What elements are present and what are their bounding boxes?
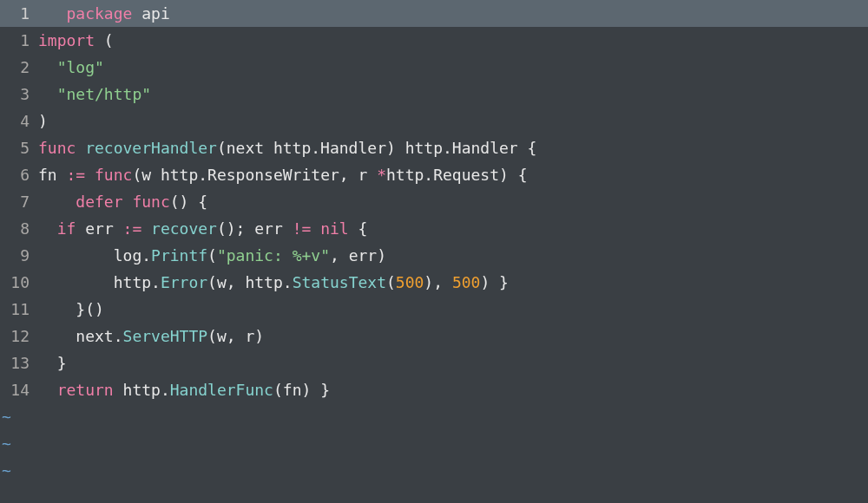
token-str: "panic: %+v" [217,246,330,265]
tilde-icon: ~ [0,403,11,430]
line-number: 6 [0,161,38,188]
token-id: ( [207,246,217,265]
line-number: 13 [0,349,38,376]
token-id: } [57,354,67,372]
token-kw: defer [76,193,132,211]
token-id: { [349,219,368,238]
code-content[interactable]: log.Printf("panic: %+v", err) [38,242,386,269]
token-kw: func [38,139,85,157]
line-number: 2 [0,54,38,81]
token-str: "net/http" [57,85,151,103]
code-content[interactable]: }() [38,296,104,323]
token-id: ( [104,31,114,49]
line-number: 1 [0,0,38,27]
token-id: (next http.Handler) http.Handler { [217,139,536,157]
code-content[interactable]: "net/http" [38,81,151,108]
token-kw: * [377,166,386,184]
token-id: next. [76,327,122,345]
code-content[interactable]: func recoverHandler(next http.Handler) h… [38,134,536,161]
token-num: 500 [452,273,481,291]
code-line[interactable]: 2 "log" [0,54,868,81]
token-kw: package [67,4,142,23]
token-id: ) [38,112,48,130]
code-content[interactable]: fn := func(w http.ResponseWriter, r *htt… [38,161,528,188]
line-number: 10 [0,269,38,296]
token-id: api [141,4,170,23]
empty-line: ~ [0,403,868,430]
code-content[interactable]: } [38,349,67,376]
code-line[interactable]: 7 defer func() { [0,188,868,215]
code-editor[interactable]: 1 package api1import (2 "log"3 "net/http… [0,0,868,484]
code-line[interactable]: 6fn := func(w http.ResponseWriter, r *ht… [0,161,868,188]
token-id: (w, r) [207,327,264,345]
code-line[interactable]: 14 return http.HandlerFunc(fn) } [0,376,868,403]
token-num: 500 [396,273,424,291]
code-content[interactable]: if err := recover(); err != nil { [38,215,367,242]
code-line[interactable]: 5func recoverHandler(next http.Handler) … [0,134,868,161]
line-number: 3 [0,81,38,108]
token-id: ) } [480,273,509,291]
code-line[interactable]: 10 http.Error(w, http.StatusText(500), 5… [0,269,868,296]
line-number: 12 [0,323,38,349]
token-kw: nil [320,219,349,238]
code-content[interactable]: package api [38,0,170,27]
code-content[interactable]: return http.HandlerFunc(fn) } [38,376,330,403]
token-kw: != [293,219,321,238]
token-id: () { [170,193,207,211]
code-line[interactable]: 3 "net/http" [0,81,868,108]
line-number: 11 [0,296,38,323]
token-fn: recover [151,219,217,238]
token-fn: Printf [151,246,207,265]
token-id: , err) [330,246,386,265]
line-number: 9 [0,242,38,269]
token-id: log. [114,246,151,265]
token-id: (); err [217,219,293,238]
token-kw: := [67,166,95,184]
token-id: http. [123,381,170,399]
token-fn: StatusText [293,273,386,291]
code-content[interactable]: http.Error(w, http.StatusText(500), 500)… [38,269,509,296]
token-str: "log" [57,58,104,76]
token-id: (w http.ResponseWriter, r [132,166,377,184]
line-number: 4 [0,108,38,134]
code-line[interactable]: 11 }() [0,296,868,323]
code-content[interactable]: import ( [38,27,114,54]
token-id: http.Request) { [386,166,528,184]
code-line[interactable]: 1 package api [0,0,868,27]
token-id: err [85,219,122,238]
token-id: ( [386,273,396,291]
token-id: http. [114,273,161,291]
token-id: }() [76,300,104,318]
token-id: (fn) } [273,381,330,399]
empty-line: ~ [0,457,868,484]
code-content[interactable]: "log" [38,54,104,81]
line-number: 1 [0,27,38,54]
token-kw: func [132,193,169,211]
code-line[interactable]: 8 if err := recover(); err != nil { [0,215,868,242]
token-fn: ServeHTTP [123,327,208,345]
empty-line: ~ [0,430,868,457]
token-id: fn [38,166,67,184]
line-number: 7 [0,188,38,215]
line-number: 5 [0,134,38,161]
code-line[interactable]: 13 } [0,349,868,376]
token-kw: := [123,219,152,238]
tilde-icon: ~ [0,457,11,484]
code-content[interactable]: next.ServeHTTP(w, r) [38,323,264,349]
code-content[interactable]: ) [38,108,48,134]
token-kw: func [95,166,132,184]
code-line[interactable]: 4) [0,108,868,134]
token-id: ), [424,273,452,291]
line-number: 8 [0,215,38,242]
code-line[interactable]: 12 next.ServeHTTP(w, r) [0,323,868,349]
token-id: (w, http. [207,273,293,291]
token-fn: recoverHandler [85,139,217,157]
code-line[interactable]: 1import ( [0,27,868,54]
token-kw: import [38,31,104,49]
code-content[interactable]: defer func() { [38,188,207,215]
code-line[interactable]: 9 log.Printf("panic: %+v", err) [0,242,868,269]
token-kw: return [57,381,123,399]
token-kw: if [57,219,86,238]
tilde-icon: ~ [0,430,11,457]
token-fn: HandlerFunc [170,381,273,399]
